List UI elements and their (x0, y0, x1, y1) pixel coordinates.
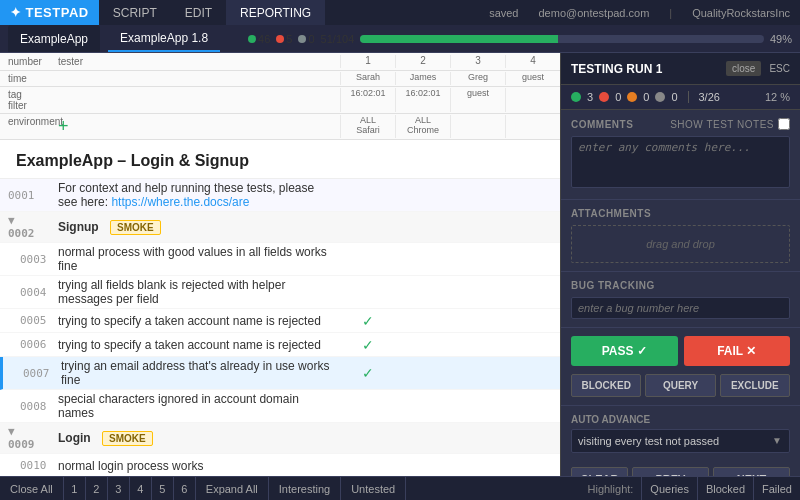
stat-orange: 0 (643, 91, 649, 103)
num-3-button[interactable]: 3 (108, 477, 130, 500)
row-num-0010: 0010 (0, 457, 50, 474)
bug-input[interactable] (571, 297, 790, 319)
row-num-0007: 0007 (3, 365, 53, 382)
run-header: TESTING RUN 1 close ESC (561, 53, 800, 85)
result-0007-1: ✓ (340, 365, 395, 381)
progress-area: 46 5 0 51/104 49% (248, 33, 792, 45)
blocked-button[interactable]: BLOCKED (571, 374, 641, 397)
logo: ✦ TESTPAD (0, 0, 99, 25)
section-signup[interactable]: ▼ 0002 Signup SMOKE (0, 212, 560, 243)
highlight-label: Highlight: (580, 483, 642, 495)
attachments-section: ATTACHMENTS drag and drop (561, 200, 800, 272)
row-desc-0004: trying all fields blank is rejected with… (50, 276, 340, 308)
exclude-button[interactable]: EXCLUDE (720, 374, 790, 397)
stat-pct: 12 % (765, 91, 790, 103)
show-notes-label: show test notes (670, 119, 774, 130)
docs-link[interactable]: https://where.the.docs/are (111, 195, 249, 209)
section-login[interactable]: ▼ 0009 Login SMOKE (0, 423, 560, 454)
page-title: ExampleApp – Login & Signup (16, 152, 544, 170)
bug-tracking-label-text: BUG TRACKING (571, 280, 790, 291)
check-pass-0006: ✓ (362, 337, 374, 353)
show-notes-toggle: show test notes (670, 118, 790, 130)
comments-input[interactable] (571, 136, 790, 188)
app-tab[interactable]: ExampleApp (8, 25, 100, 52)
run-stats: 3 0 0 0 3/26 12 % (561, 85, 800, 110)
page-title-row: ExampleApp – Login & Signup (0, 140, 560, 179)
query-button[interactable]: QUERY (645, 374, 715, 397)
test-row[interactable]: 0001 For context and help running these … (0, 179, 560, 212)
show-notes-checkbox[interactable] (778, 118, 790, 130)
nav-script[interactable]: SCRIPT (99, 0, 171, 25)
nav-edit[interactable]: EDIT (171, 0, 226, 25)
nav-reporting[interactable]: REPORTING (226, 0, 325, 25)
th-col1: 1 (340, 55, 395, 68)
ts-t2-name: James (395, 72, 450, 85)
close-all-button[interactable]: Close All (0, 477, 64, 500)
gray-stat: 0 (298, 33, 314, 45)
ts-t2-time: 16:02:01 (395, 88, 450, 112)
highlight-queries[interactable]: Queries (641, 477, 697, 500)
red-count: 5 (286, 33, 292, 45)
pass-button[interactable]: PASS ✓ (571, 336, 678, 366)
row-desc-intro: For context and help running these tests… (50, 179, 340, 211)
comments-section: COMMENTS show test notes (561, 110, 800, 200)
num-2-button[interactable]: 2 (86, 477, 108, 500)
run-close-button[interactable]: close (726, 61, 761, 76)
stat-dot-orange (627, 92, 637, 102)
fail-button[interactable]: FAIL ✕ (684, 336, 791, 366)
row-desc-0010: normal login process works (50, 457, 340, 475)
test-row-0007[interactable]: 0007 trying an email address that's alre… (0, 357, 560, 390)
ts-t3-name: Greg (450, 72, 505, 85)
red-stat: 5 (276, 33, 292, 45)
result-0006-1: ✓ (340, 337, 395, 353)
row-num-0006: 0006 (0, 336, 50, 353)
progress-fill (360, 35, 558, 43)
secondary-buttons: BLOCKED QUERY EXCLUDE (561, 374, 800, 405)
test-row-0006[interactable]: 0006 trying to specify a taken account n… (0, 333, 560, 357)
green-count: 46 (258, 33, 270, 45)
interesting-button[interactable]: Interesting (269, 477, 341, 500)
ts-t1-name: Sarah (340, 72, 395, 85)
highlight-blocked[interactable]: Blocked (697, 477, 753, 500)
ts-t2-env: ALLChrome (395, 115, 450, 138)
num-4-button[interactable]: 4 (130, 477, 152, 500)
row-num-signup: ▼ 0002 (0, 212, 50, 242)
ts-desc (50, 72, 340, 85)
badge-login-smoke: SMOKE (102, 431, 153, 446)
attach-area[interactable]: drag and drop (571, 225, 790, 263)
bug-tracking-section: BUG TRACKING (561, 272, 800, 328)
stat-fraction: 3/26 (699, 91, 720, 103)
ts-t1-time: 16:02:01 (340, 88, 395, 112)
test-row-0003[interactable]: 0003 normal process with good values in … (0, 243, 560, 276)
add-row-icon[interactable]: + (58, 116, 69, 137)
th-col3: 3 (450, 55, 505, 68)
num-1-button[interactable]: 1 (64, 477, 86, 500)
test-row-0010[interactable]: 0010 normal login process works (0, 454, 560, 478)
highlight-failed[interactable]: Failed (753, 477, 800, 500)
row-desc-0008: special characters ignored in account do… (50, 390, 340, 422)
test-row-0004[interactable]: 0004 trying all fields blank is rejected… (0, 276, 560, 309)
row-desc-signup: Signup SMOKE (50, 218, 340, 236)
check-pass-0005: ✓ (362, 313, 374, 329)
saved-status: saved (479, 7, 528, 19)
run-esc-label: ESC (769, 63, 790, 74)
progress-bar (360, 35, 764, 43)
row-num-0003: 0003 (0, 251, 50, 268)
red-dot (276, 35, 284, 43)
auto-advance-select[interactable]: visiting every test not passed (571, 429, 790, 453)
test-row-0005[interactable]: 0005 trying to specify a taken account n… (0, 309, 560, 333)
version-tab[interactable]: ExampleApp 1.8 (108, 25, 220, 52)
auto-advance-section: AUTO ADVANCE visiting every test not pas… (561, 405, 800, 461)
check-pass-0007: ✓ (362, 365, 374, 381)
untested-button[interactable]: Untested (341, 477, 406, 500)
main-area: number tester 1 2 3 4 time Sarah James G… (0, 53, 800, 500)
num-5-button[interactable]: 5 (152, 477, 174, 500)
test-row-0008[interactable]: 0008 special characters ignored in accou… (0, 390, 560, 423)
tester-header-row: number tester 1 2 3 4 (0, 53, 560, 71)
row-num-0005: 0005 (0, 312, 50, 329)
th-tester: tester (50, 55, 340, 68)
expand-all-button[interactable]: Expand All (196, 477, 269, 500)
row-num-intro: 0001 (0, 187, 50, 204)
green-stat: 46 (248, 33, 270, 45)
num-6-button[interactable]: 6 (174, 477, 196, 500)
